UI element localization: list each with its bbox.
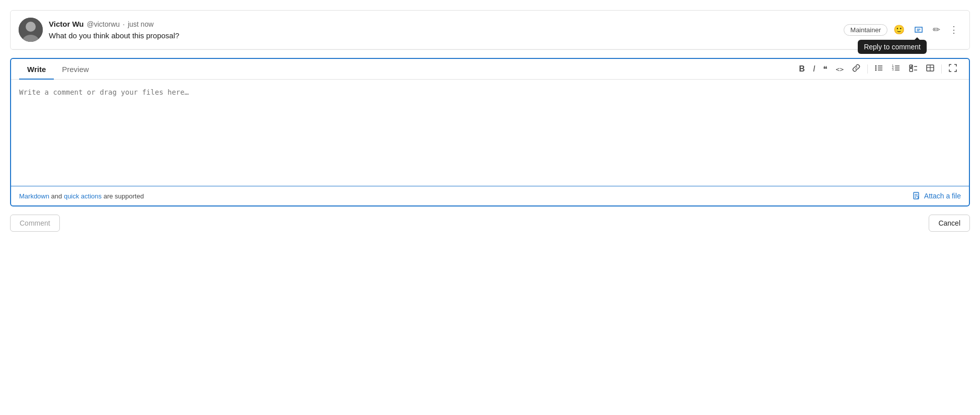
footer-supported: are supported [104, 192, 144, 200]
task-icon [909, 63, 918, 75]
quick-actions-link[interactable]: quick actions [64, 192, 102, 200]
form-actions: Comment Cancel [10, 215, 970, 232]
attach-file-icon [912, 191, 921, 200]
reply-icon [914, 25, 924, 35]
svg-point-1 [26, 22, 36, 32]
blockquote-button[interactable]: ❝ [820, 62, 831, 77]
avatar [19, 18, 43, 42]
blockquote-icon: ❝ [823, 64, 828, 74]
editor-content [11, 80, 969, 186]
footer-and: and [51, 192, 64, 200]
comment-textarea[interactable] [19, 87, 961, 177]
bold-button[interactable]: B [795, 62, 808, 76]
svg-rect-16 [910, 68, 913, 72]
link-icon [852, 63, 861, 75]
ul-icon [874, 63, 883, 75]
reply-editor: Write Preview B I ❝ <> [10, 58, 970, 206]
attach-file-button[interactable]: Attach a file [912, 191, 961, 200]
toolbar-sep-1 [867, 64, 868, 74]
fullscreen-button[interactable] [945, 61, 961, 77]
editor-footer: Markdown and quick actions are supported… [11, 186, 969, 205]
edit-icon: ✏ [933, 24, 940, 35]
comment-button: Comment [10, 215, 60, 232]
markdown-link[interactable]: Markdown [19, 192, 49, 200]
bold-icon: B [799, 64, 805, 74]
ul-button[interactable] [871, 61, 887, 77]
svg-point-3 [875, 65, 877, 67]
dot-sep: · [123, 20, 125, 28]
reply-tooltip-wrapper: Reply to comment [911, 23, 927, 37]
svg-text:3.: 3. [892, 68, 894, 71]
more-options-button[interactable]: ⋮ [946, 22, 961, 37]
italic-icon: I [813, 64, 815, 74]
maintainer-badge[interactable]: Maintainer [844, 24, 887, 36]
author-handle: @victorwu [87, 20, 120, 28]
comment-timestamp: just now [128, 20, 153, 28]
cancel-button[interactable]: Cancel [929, 215, 970, 232]
editor-tabs-bar: Write Preview B I ❝ <> [11, 59, 969, 80]
edit-button[interactable]: ✏ [930, 22, 943, 37]
author-name: Victor Wu [49, 20, 84, 28]
comment-body: What do you think about this proposal? [49, 31, 961, 40]
svg-point-4 [875, 67, 877, 69]
attach-file-label: Attach a file [924, 192, 961, 200]
reply-tooltip: Reply to comment [858, 40, 927, 54]
emoji-icon: 🙂 [893, 24, 905, 35]
fullscreen-icon [948, 63, 957, 75]
comment-meta: Victor Wu @victorwu · just now What do y… [49, 20, 961, 40]
comment-header: Victor Wu @victorwu · just now What do y… [11, 11, 969, 49]
link-button[interactable] [848, 61, 864, 77]
code-icon: <> [836, 65, 844, 73]
reply-button[interactable] [911, 23, 927, 37]
ol-button[interactable]: 1. 2. 3. [888, 61, 904, 77]
editor-toolbar: B I ❝ <> [795, 61, 961, 77]
author-line: Victor Wu @victorwu · just now [49, 20, 961, 28]
task-button[interactable] [905, 61, 921, 77]
table-icon [926, 63, 935, 75]
comment-block: Victor Wu @victorwu · just now What do y… [10, 10, 970, 50]
footer-info: Markdown and quick actions are supported [19, 192, 144, 200]
ol-icon: 1. 2. 3. [891, 63, 901, 75]
table-button[interactable] [922, 61, 938, 77]
emoji-button[interactable]: 🙂 [890, 22, 908, 37]
toolbar-sep-2 [941, 64, 942, 74]
tab-preview[interactable]: Preview [54, 59, 97, 80]
code-button[interactable]: <> [832, 63, 847, 76]
tab-write[interactable]: Write [19, 59, 54, 80]
svg-point-5 [875, 70, 877, 71]
more-icon: ⋮ [949, 24, 958, 35]
comment-actions: Maintainer 🙂 Reply to comment ✏ ⋮ [844, 22, 961, 37]
italic-button[interactable]: I [809, 62, 819, 76]
